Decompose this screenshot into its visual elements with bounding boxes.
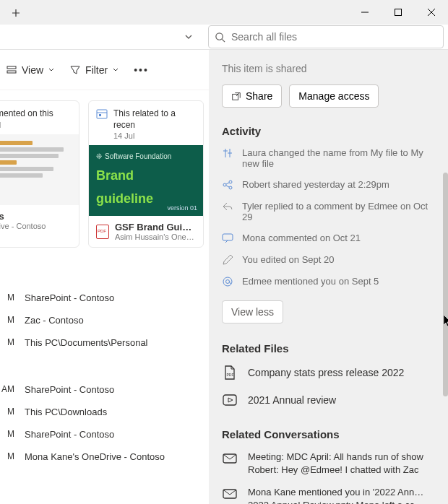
calendar-icon xyxy=(96,108,108,120)
list-item[interactable]: MSharePoint - Contoso xyxy=(0,287,209,309)
share-icon xyxy=(222,179,233,191)
activity-item[interactable]: Tyler replied to a comment by Edmee on O… xyxy=(222,201,435,222)
svg-rect-0 xyxy=(395,9,402,16)
details-pane: This item is shared Share Manage access … xyxy=(209,50,448,504)
activity-item[interactable]: You edited on Sept 20 xyxy=(222,254,435,266)
activity-item[interactable]: Laura changed the name from My file to M… xyxy=(222,147,435,169)
card-thumbnail xyxy=(0,134,79,205)
activity-item[interactable]: Edmee mentioned you on Sept 5 xyxy=(222,276,435,287)
svg-rect-8 xyxy=(99,114,101,116)
conversation-item[interactable]: Mona Kane mentioned you in '2022 Annual … xyxy=(222,486,435,504)
list-item[interactable]: AMSharePoint - Contoso xyxy=(0,378,209,401)
activity-item[interactable]: Robert shared yesterday at 2:29pm xyxy=(222,179,435,191)
svg-point-10 xyxy=(223,183,226,186)
card-head-label: mmented on this xyxy=(0,108,53,120)
svg-point-12 xyxy=(229,186,232,189)
svg-rect-17 xyxy=(223,395,236,405)
card-item[interactable]: mmented on this PM N xyxy=(0,100,79,248)
card-title: tes xyxy=(0,211,46,222)
list-item[interactable]: MSharePoint - Contoso xyxy=(0,423,209,446)
scrollbar[interactable] xyxy=(443,115,448,483)
minimize-button[interactable] xyxy=(348,0,382,25)
filter-icon xyxy=(69,64,81,76)
list-item[interactable]: MThis PC\Documents\Personal xyxy=(0,331,209,354)
svg-point-1 xyxy=(216,32,223,39)
view-less-button[interactable]: View less xyxy=(222,300,283,323)
card-title: GSF Brand Guideline xyxy=(115,222,196,233)
activity-item[interactable]: Mona commented on Oct 21 xyxy=(222,233,435,244)
pdf-icon: PDF xyxy=(222,365,238,381)
search-input[interactable] xyxy=(208,25,444,48)
titlebar xyxy=(0,0,448,25)
main-content: View Filter ••• xyxy=(0,50,209,504)
svg-rect-13 xyxy=(223,234,233,240)
related-file[interactable]: PDF Company stats press release 2022 xyxy=(222,365,435,381)
list-item[interactable]: MMona Kane's OneDrive - Contoso xyxy=(0,446,209,468)
svg-rect-7 xyxy=(97,110,107,118)
reply-icon xyxy=(222,201,233,212)
shared-status: This item is shared xyxy=(222,63,435,74)
view-dropdown[interactable]: View xyxy=(0,60,61,80)
video-icon xyxy=(222,392,238,408)
svg-point-11 xyxy=(229,181,232,183)
search-row xyxy=(0,25,448,50)
more-icon: ••• xyxy=(134,64,149,76)
list-item[interactable]: MThis PC\Downloads xyxy=(0,401,209,423)
related-files-heading: Related Files xyxy=(222,342,435,355)
card-head-label: This related to a recen xyxy=(113,108,196,131)
activity-heading: Activity xyxy=(222,125,435,137)
close-button[interactable] xyxy=(415,0,448,25)
comment-icon xyxy=(222,233,233,244)
share-icon xyxy=(231,91,241,101)
svg-point-15 xyxy=(226,280,230,284)
mail-icon xyxy=(222,451,238,466)
svg-text:PDF: PDF xyxy=(227,373,234,377)
share-button[interactable]: Share xyxy=(222,84,282,108)
history-dropdown[interactable] xyxy=(176,25,201,49)
file-list: MSharePoint - Contoso MZac - Contoso MTh… xyxy=(0,287,209,468)
svg-point-14 xyxy=(223,277,232,286)
mail-icon xyxy=(222,486,238,502)
pdf-icon xyxy=(96,225,109,239)
conversation-item[interactable]: Meeting: MDC April: All hands run of sho… xyxy=(222,451,435,476)
card-thumbnail: ❊Software Foundation Brand guideline ver… xyxy=(89,145,203,216)
card-head-sub: 14 Jul xyxy=(113,131,196,141)
rename-icon xyxy=(222,147,233,159)
search-icon xyxy=(215,32,225,43)
view-label: View xyxy=(22,64,43,76)
manage-access-button[interactable]: Manage access xyxy=(289,84,379,108)
svg-rect-2 xyxy=(7,66,16,69)
related-conversations-heading: Related Conversations xyxy=(222,428,435,440)
search-field[interactable] xyxy=(231,31,437,43)
card-sub: Asim Hussain's OneDrive xyxy=(115,233,196,241)
list-item[interactable]: MZac - Contoso xyxy=(0,309,209,331)
maximize-button[interactable] xyxy=(382,0,415,25)
card-item[interactable]: This related to a recen 14 Jul ❊Software… xyxy=(88,100,204,248)
view-icon xyxy=(6,64,17,76)
suggestion-cards: mmented on this PM N xyxy=(0,90,209,258)
related-file[interactable]: 2021 Annual review xyxy=(222,392,435,408)
card-head-sub: PM xyxy=(0,120,53,130)
edit-icon xyxy=(222,254,233,266)
more-button[interactable]: ••• xyxy=(128,60,155,80)
card-sub: Drive - Contoso xyxy=(0,222,46,230)
svg-rect-3 xyxy=(7,71,16,73)
toolbar: View Filter ••• xyxy=(0,50,209,90)
new-tab-button[interactable] xyxy=(4,1,27,25)
filter-label: Filter xyxy=(85,64,108,76)
mention-icon xyxy=(222,276,233,287)
filter-dropdown[interactable]: Filter xyxy=(64,60,125,80)
